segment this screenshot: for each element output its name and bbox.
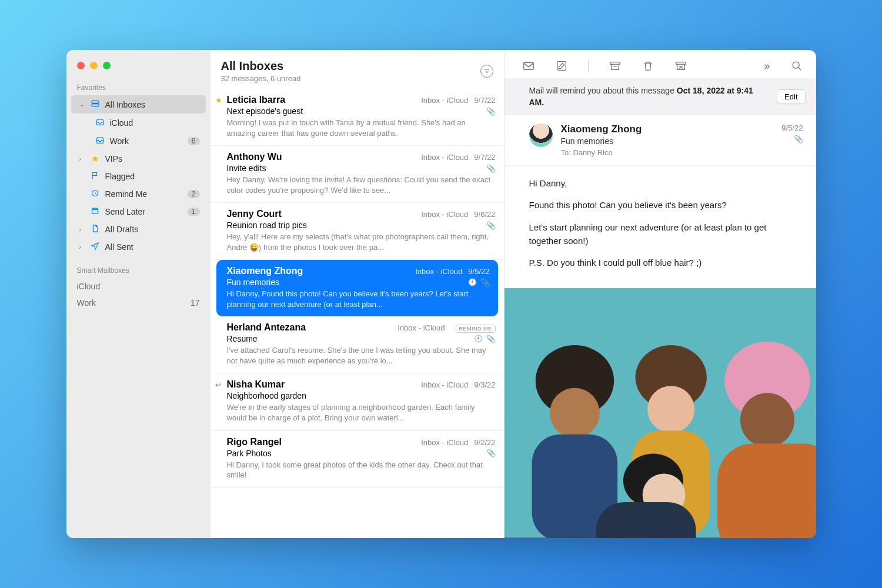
inbox-stack-icon (90, 99, 101, 110)
mail-window: Favorites ⌄ All Inboxes iCloud Work 6 › … (66, 50, 816, 538)
svg-rect-3 (92, 208, 98, 213)
message-date: 9/2/22 (474, 438, 495, 447)
message-subject: Resume (227, 334, 470, 343)
sidebar-account-label: iCloud (77, 282, 101, 291)
sidebar-item-all-inboxes[interactable]: ⌄ All Inboxes (71, 95, 206, 113)
count-badge: 17 (191, 298, 200, 308)
attachment-icon: 📎 (486, 221, 496, 230)
zoom-window-button[interactable] (103, 62, 111, 69)
sidebar: Favorites ⌄ All Inboxes iCloud Work 6 › … (66, 50, 211, 538)
sidebar-item-all-sent[interactable]: › All Sent (71, 238, 206, 256)
mailbox-location: Inbox - iCloud (397, 323, 445, 332)
sender-name: Rigo Rangel (227, 437, 422, 447)
clock-icon (90, 189, 101, 199)
mailbox-location: Inbox - iCloud (421, 96, 468, 105)
from-name: Xiaomeng Zhong (561, 123, 774, 135)
envelope-icon[interactable] (522, 59, 535, 72)
message-row[interactable]: Herland AntezanaInbox - iCloudREMIND MER… (211, 316, 504, 373)
message-date: 9/7/22 (474, 96, 495, 105)
sidebar-item-vips[interactable]: › ★ VIPs (71, 150, 206, 168)
message-subject: Invite edits (227, 163, 483, 173)
message-subject: Park Photos (227, 449, 483, 458)
sidebar-item-label: Send Later (105, 207, 183, 216)
junk-icon[interactable] (674, 59, 687, 72)
count-badge: 2 (188, 190, 200, 198)
body-paragraph: Found this photo! Can you believe it's b… (529, 198, 791, 212)
trash-icon[interactable] (642, 59, 654, 72)
close-window-button[interactable] (77, 62, 85, 69)
compose-icon[interactable] (555, 59, 568, 72)
message-row[interactable]: Rigo RangelInbox - iCloud9/2/22Park Phot… (211, 431, 504, 488)
star-icon: ★ (90, 153, 101, 164)
toolbar-divider (588, 60, 589, 72)
sidebar-account-work[interactable]: Work 17 (66, 295, 211, 311)
filter-button[interactable] (480, 65, 493, 78)
message-subject: Fun memories (561, 136, 774, 146)
mailbox-location: Inbox - iCloud (421, 380, 468, 389)
sidebar-item-label: All Sent (105, 242, 200, 252)
sidebar-item-label: All Drafts (105, 225, 200, 234)
clock-icon: 🕘 (474, 335, 483, 343)
svg-rect-7 (676, 62, 686, 65)
sidebar-account-icloud[interactable]: iCloud (66, 278, 211, 295)
message-row[interactable]: Anthony WuInbox - iCloud9/7/22Invite edi… (211, 146, 504, 203)
sender-name: Xiaomeng Zhong (227, 266, 416, 276)
window-controls (66, 61, 211, 81)
sidebar-item-label: VIPs (105, 154, 200, 163)
attachment-photo[interactable] (505, 288, 816, 538)
body-paragraph: Hi Danny, (529, 176, 791, 190)
sidebar-item-work[interactable]: Work 6 (71, 132, 206, 150)
sidebar-item-send-later[interactable]: › Send Later 1 (71, 203, 206, 220)
search-icon[interactable] (790, 59, 803, 72)
count-badge: 1 (188, 208, 200, 216)
unread-badge: 6 (188, 137, 200, 145)
sidebar-item-label: All Inboxes (105, 100, 200, 109)
sidebar-item-label: Remind Me (105, 189, 183, 199)
message-subject: Reunion road trip pics (227, 220, 483, 230)
remind-banner-text: Mail will remind you about this message … (529, 85, 770, 108)
to-line: To: Danny Rico (561, 148, 774, 157)
sidebar-item-label: Flagged (105, 172, 200, 181)
message-date: 9/5/22 (781, 123, 803, 132)
attachment-icon: 📎 (781, 135, 803, 143)
message-row[interactable]: Jenny CourtInbox - iCloud9/6/22Reunion r… (211, 203, 504, 260)
message-preview: Hey, y'all! Here are my selects (that's … (227, 232, 496, 252)
sender-name: Anthony Wu (227, 152, 422, 162)
flag-icon (90, 171, 101, 182)
message-preview: Hi Danny, I took some great photos of th… (227, 460, 496, 480)
sidebar-section-smart: Smart Mailboxes (66, 264, 211, 278)
reader-toolbar: » (505, 50, 816, 78)
attachment-icon: 📎 (486, 335, 496, 343)
svg-rect-0 (92, 101, 99, 103)
sender-name: Herland Antezana (227, 322, 398, 333)
more-icon[interactable]: » (764, 60, 770, 72)
svg-rect-4 (523, 63, 533, 70)
message-row[interactable]: Xiaomeng ZhongInbox - iCloud9/5/22Fun me… (216, 260, 498, 316)
message-subject: Neighborhood garden (227, 391, 496, 400)
message-subject: Fun memories (227, 278, 465, 287)
message-row[interactable]: ↩Nisha KumarInbox - iCloud9/3/22Neighbor… (211, 373, 504, 430)
message-date: 9/6/22 (474, 210, 495, 219)
archive-icon[interactable] (609, 59, 622, 72)
message-row[interactable]: ★Leticia IbarraInbox - iCloud9/7/22Next … (211, 89, 504, 146)
message-list-pane: All Inboxes 32 messages, 6 unread ★Letic… (211, 50, 505, 538)
attachment-icon: 📎 (486, 164, 496, 173)
message-list[interactable]: ★Leticia IbarraInbox - iCloud9/7/22Next … (211, 89, 504, 538)
minimize-window-button[interactable] (90, 62, 98, 69)
sidebar-item-label: iCloud (110, 118, 200, 128)
star-icon: ★ (215, 96, 222, 105)
svg-rect-6 (610, 62, 620, 65)
svg-point-8 (793, 62, 799, 68)
avatar (529, 123, 553, 147)
sidebar-item-icloud[interactable]: iCloud (71, 113, 206, 132)
sidebar-item-all-drafts[interactable]: › All Drafts (71, 220, 206, 238)
message-header: Xiaomeng Zhong Fun memories To: Danny Ri… (505, 115, 816, 166)
message-date: 9/7/22 (474, 153, 495, 162)
chevron-right-icon: › (79, 226, 85, 233)
sidebar-item-flagged[interactable]: › Flagged (71, 168, 206, 185)
edit-button[interactable]: Edit (777, 89, 805, 104)
sidebar-item-remind-me[interactable]: › Remind Me 2 (71, 185, 206, 203)
calendar-icon (90, 206, 101, 217)
paperplane-icon (90, 242, 101, 252)
chevron-right-icon: › (79, 156, 85, 162)
